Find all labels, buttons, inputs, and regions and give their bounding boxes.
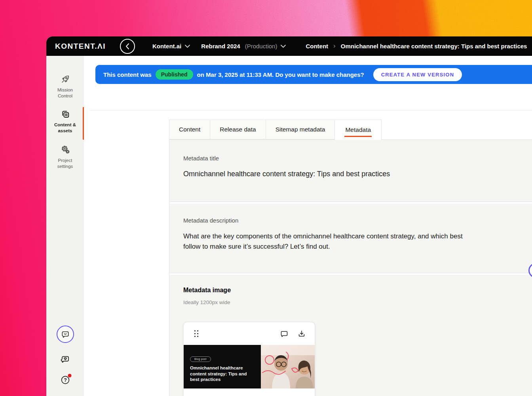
help-button[interactable]: ? bbox=[60, 375, 70, 385]
metadata-description-label: Metadata description bbox=[183, 217, 532, 224]
rocket-icon bbox=[60, 74, 70, 84]
comment-button[interactable] bbox=[279, 329, 289, 339]
thumbnail-photo bbox=[261, 345, 315, 388]
tab-content[interactable]: Content bbox=[169, 120, 210, 139]
download-icon bbox=[297, 329, 306, 338]
sidebar-item-content-assets[interactable]: Content & assets bbox=[46, 109, 84, 134]
environment-suffix: (Production) bbox=[245, 43, 277, 50]
metadata-description-field[interactable]: follow to make sure it’s successful? Let… bbox=[183, 242, 532, 252]
metadata-image-asset-card: Blog post Omnichannel healthcare content… bbox=[183, 322, 315, 396]
svg-text:?: ? bbox=[64, 377, 67, 383]
environment-name: Rebrand 2024 bbox=[201, 43, 240, 50]
sidebar-item-project-settings[interactable]: Project settings bbox=[46, 145, 84, 169]
thumbnail-title: Omnichannel healthcare content strategy:… bbox=[190, 365, 253, 383]
project-name: Kontent.ai bbox=[152, 43, 181, 50]
main-content: This content was Published on Mar 3, 202… bbox=[84, 56, 532, 396]
feedback-heart-icon bbox=[60, 354, 70, 364]
metadata-description-section: Metadata description What are the key co… bbox=[169, 204, 532, 273]
top-bar: KONTENT.ΛI Kontent.ai Rebrand 2024 (Prod… bbox=[46, 36, 532, 56]
ai-chat-button[interactable] bbox=[57, 326, 74, 343]
metadata-panel: Metadata title Omnichannel healthcare co… bbox=[169, 139, 532, 396]
feedback-button[interactable] bbox=[60, 354, 70, 364]
content-card-top-border bbox=[90, 110, 532, 110]
breadcrumb: Content › Omnichannel healthcare content… bbox=[306, 42, 532, 50]
chat-smile-icon bbox=[61, 330, 70, 339]
drag-handle-icon bbox=[194, 330, 200, 337]
breadcrumb-current-item: Omnichannel healthcare content strategy:… bbox=[341, 43, 527, 50]
sidebar: Mission Control Content & assets bbox=[46, 56, 84, 396]
drag-handle[interactable] bbox=[193, 329, 201, 338]
asset-thumbnail[interactable]: Blog post Omnichannel healthcare content… bbox=[184, 345, 315, 388]
tab-metadata[interactable]: Metadata bbox=[334, 120, 382, 140]
app-shell: Mission Control Content & assets bbox=[46, 56, 532, 396]
content-tabs: Content Release data Sitemap metadata Me… bbox=[169, 120, 382, 140]
comment-icon bbox=[280, 329, 289, 338]
banner-text-before: This content was bbox=[103, 71, 152, 78]
chevron-down-icon bbox=[185, 45, 190, 48]
environment-switcher[interactable]: Rebrand 2024 (Production) bbox=[201, 43, 286, 50]
published-status-badge: Published bbox=[156, 69, 193, 80]
metadata-title-label: Metadata title bbox=[183, 155, 532, 162]
chevron-left-icon bbox=[125, 43, 129, 50]
sidebar-item-label: Content & assets bbox=[51, 122, 79, 134]
create-new-version-button[interactable]: CREATE A NEW VERSION bbox=[373, 68, 462, 81]
chevron-down-icon bbox=[281, 45, 286, 48]
documents-icon bbox=[60, 109, 70, 119]
tab-release-data[interactable]: Release data bbox=[210, 120, 266, 139]
sidebar-item-label: Project settings bbox=[51, 158, 79, 169]
metadata-image-hint: Ideally 1200px wide bbox=[183, 299, 532, 305]
notification-dot bbox=[68, 374, 71, 377]
app-window: KONTENT.ΛI Kontent.ai Rebrand 2024 (Prod… bbox=[46, 36, 532, 396]
tab-sitemap-metadata[interactable]: Sitemap metadata bbox=[266, 120, 335, 139]
project-switcher[interactable]: Kontent.ai bbox=[152, 43, 190, 50]
gears-icon bbox=[60, 145, 70, 155]
back-button[interactable] bbox=[120, 39, 135, 54]
sidebar-item-label: Mission Control bbox=[51, 87, 79, 99]
metadata-title-section: Metadata title Omnichannel healthcare co… bbox=[169, 140, 532, 202]
metadata-image-label: Metadata image bbox=[183, 287, 532, 294]
download-button[interactable] bbox=[296, 329, 307, 339]
kontent-logo: KONTENT.ΛI bbox=[55, 42, 106, 51]
sidebar-item-mission-control[interactable]: Mission Control bbox=[46, 74, 84, 99]
published-banner: This content was Published on Mar 3, 202… bbox=[95, 65, 532, 84]
thumbnail-text-block: Blog post Omnichannel healthcare content… bbox=[184, 345, 261, 388]
metadata-image-section: Metadata image Ideally 1200px wide bbox=[169, 275, 532, 396]
asset-toolbar bbox=[184, 322, 315, 345]
breadcrumb-content-link[interactable]: Content bbox=[306, 43, 328, 50]
breadcrumb-separator-icon: › bbox=[333, 42, 336, 50]
metadata-title-field[interactable]: Omnichannel healthcare content strategy:… bbox=[183, 170, 532, 178]
banner-text-after: on Mar 3, 2025 at 11:33 AM. Do you want … bbox=[197, 71, 364, 78]
thumbnail-blog-post-badge: Blog post bbox=[190, 356, 211, 362]
metadata-description-field[interactable]: What are the key components of the omnic… bbox=[183, 231, 532, 242]
